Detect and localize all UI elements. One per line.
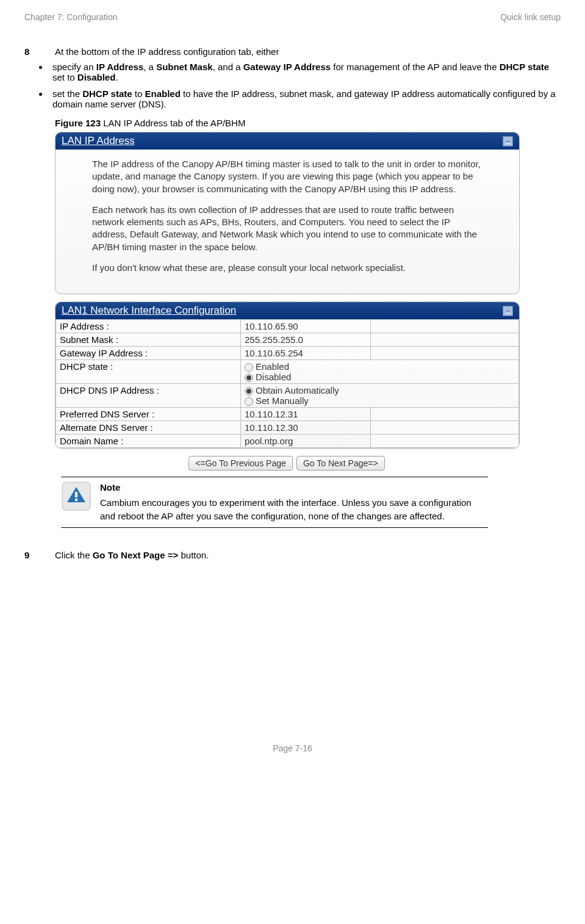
panel-title: LAN IP Address xyxy=(62,135,135,147)
step-number: 8 xyxy=(24,46,55,57)
value-subnet-mask[interactable]: 255.255.255.0 xyxy=(241,333,371,347)
divider xyxy=(61,477,488,477)
radio-dns-auto[interactable] xyxy=(245,387,253,395)
radio-label-enabled: Enabled xyxy=(256,361,289,372)
header-left: Chapter 7: Configuration xyxy=(24,12,118,22)
bullet-2: set the DHCP state to Enabled to have th… xyxy=(49,88,561,109)
value-alternate-dns[interactable]: 10.110.12.30 xyxy=(241,421,371,435)
note-icon xyxy=(61,481,92,511)
next-page-button[interactable]: Go To Next Page=> xyxy=(296,456,385,471)
label-alternate-dns: Alternate DNS Server : xyxy=(56,421,241,435)
step-text: Click the Go To Next Page => button. xyxy=(55,550,561,560)
note-text: Note Cambium encourages you to experimen… xyxy=(100,481,488,524)
radio-label-auto: Obtain Automatically xyxy=(256,385,339,395)
nav-buttons: <=Go To Previous Page Go To Next Page=> xyxy=(55,456,519,471)
radio-label-disabled: Disabled xyxy=(256,372,291,382)
label-dhcp-dns: DHCP DNS IP Address : xyxy=(56,384,241,408)
radio-dhcp-disabled[interactable] xyxy=(245,374,253,382)
value-preferred-dns[interactable]: 10.110.12.31 xyxy=(241,408,371,421)
panel-header: LAN IP Address – xyxy=(56,132,519,150)
row-subnet-mask: Subnet Mask : 255.255.255.0 xyxy=(56,333,519,347)
label-dhcp-state: DHCP state : xyxy=(56,360,241,384)
collapse-icon[interactable]: – xyxy=(503,136,513,146)
label-ip-address: IP Address : xyxy=(56,320,241,333)
svg-rect-3 xyxy=(75,499,77,501)
collapse-icon[interactable]: – xyxy=(503,306,513,316)
value-ip-address[interactable]: 10.110.65.90 xyxy=(241,320,371,333)
row-gateway: Gateway IP Address : 10.110.65.254 xyxy=(56,347,519,360)
value-gateway[interactable]: 10.110.65.254 xyxy=(241,347,371,360)
row-dhcp-dns: DHCP DNS IP Address : Obtain Automatical… xyxy=(56,384,519,408)
config-table: IP Address : 10.110.65.90 Subnet Mask : … xyxy=(56,319,519,448)
page-header: Chapter 7: Configuration Quick link setu… xyxy=(24,12,561,22)
step-8: 8 At the bottom of the IP address config… xyxy=(24,46,561,57)
value-domain-name[interactable]: pool.ntp.org xyxy=(241,435,371,448)
radio-label-manual: Set Manually xyxy=(256,395,309,406)
panel-header: LAN1 Network Interface Configuration – xyxy=(56,302,519,319)
radio-dhcp-enabled[interactable] xyxy=(245,363,253,372)
divider xyxy=(61,527,488,528)
header-right: Quick link setup xyxy=(500,12,561,22)
label-preferred-dns: Preferred DNS Server : xyxy=(56,408,241,421)
row-domain-name: Domain Name : pool.ntp.org xyxy=(56,435,519,448)
label-gateway: Gateway IP Address : xyxy=(56,347,241,360)
prev-page-button[interactable]: <=Go To Previous Page xyxy=(188,456,292,471)
step-8-bullets: specify an IP Address, a Subnet Mask, an… xyxy=(49,62,561,109)
bullet-1: specify an IP Address, a Subnet Mask, an… xyxy=(49,62,561,82)
svg-rect-2 xyxy=(75,492,77,497)
label-subnet-mask: Subnet Mask : xyxy=(56,333,241,347)
figure-caption: Figure 123 LAN IP Address tab of the AP/… xyxy=(55,118,561,128)
panel-paragraph-2: Each network has its own collection of I… xyxy=(92,204,483,253)
note-body: Cambium encourages you to experiment wit… xyxy=(100,496,488,524)
row-ip-address: IP Address : 10.110.65.90 xyxy=(56,320,519,333)
panel-title: LAN1 Network Interface Configuration xyxy=(62,305,236,317)
panel-body: The IP address of the Canopy AP/BH timin… xyxy=(56,150,519,294)
row-preferred-dns: Preferred DNS Server : 10.110.12.31 xyxy=(56,408,519,421)
step-intro: At the bottom of the IP address configur… xyxy=(55,46,561,57)
step-9: 9 Click the Go To Next Page => button. xyxy=(24,550,561,560)
label-domain-name: Domain Name : xyxy=(56,435,241,448)
radio-dns-manual[interactable] xyxy=(245,397,253,406)
page-footer: Page 7-16 xyxy=(24,743,561,753)
note-box: Note Cambium encourages you to experimen… xyxy=(61,481,488,524)
row-alternate-dns: Alternate DNS Server : 10.110.12.30 xyxy=(56,421,519,435)
lan1-config-panel: LAN1 Network Interface Configuration – I… xyxy=(55,301,520,449)
lan-ip-address-panel: LAN IP Address – The IP address of the C… xyxy=(55,132,520,294)
panel-paragraph-1: The IP address of the Canopy AP/BH timin… xyxy=(92,158,483,195)
panel-paragraph-3: If you don't know what these are, please… xyxy=(92,262,483,274)
note-title: Note xyxy=(100,481,488,495)
row-dhcp-state: DHCP state : Enabled Disabled xyxy=(56,360,519,384)
step-number: 9 xyxy=(24,550,55,560)
